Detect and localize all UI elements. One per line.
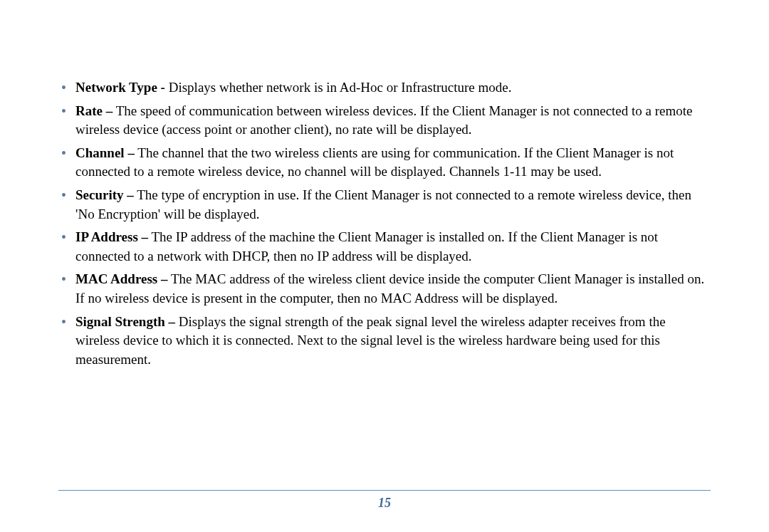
term-description: The MAC address of the wireless client d… — [75, 271, 704, 306]
page-number: 15 — [0, 494, 769, 512]
term-description: The speed of communication between wirel… — [75, 103, 693, 137]
list-item: IP Address – The IP address of the machi… — [58, 228, 711, 266]
term-label: IP Address – — [75, 229, 148, 244]
term-description: The type of encryption in use. If the Cl… — [75, 187, 691, 221]
definition-list: Network Type - Displays whether network … — [58, 78, 711, 369]
term-description: The channel that the two wireless client… — [75, 145, 674, 179]
term-label: Rate – — [75, 103, 113, 118]
list-item: Channel – The channel that the two wirel… — [58, 144, 711, 182]
list-item: MAC Address – The MAC address of the wir… — [58, 270, 711, 308]
list-item: Network Type - Displays whether network … — [58, 78, 711, 98]
term-label: Security – — [75, 187, 134, 202]
term-label: Channel – — [75, 145, 135, 160]
content-area: Network Type - Displays whether network … — [58, 78, 711, 369]
list-item: Signal Strength – Displays the signal st… — [58, 313, 711, 370]
list-item: Rate – The speed of communication betwee… — [58, 102, 711, 140]
term-label: Network Type - — [75, 80, 165, 95]
term-description: Displays whether network is in Ad-Hoc or… — [165, 80, 512, 95]
term-label: MAC Address – — [75, 271, 168, 286]
term-label: Signal Strength – — [75, 314, 175, 329]
list-item: Security – The type of encryption in use… — [58, 186, 711, 224]
term-description: The IP address of the machine the Client… — [75, 229, 658, 264]
footer-rule — [58, 490, 711, 491]
